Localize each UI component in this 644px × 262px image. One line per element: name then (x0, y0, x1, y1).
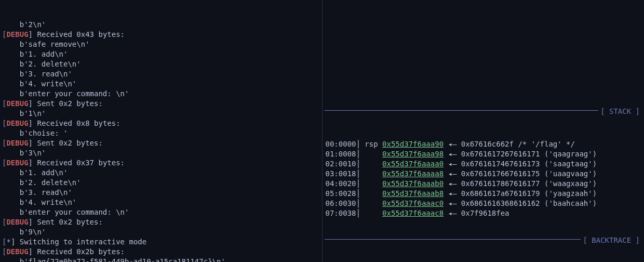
terminal-line: [DEBUG] Received 0x8 bytes: (2, 119, 320, 128)
terminal-line: b'choise: ' (2, 128, 320, 138)
right-pane[interactable]: [ STACK ] 00:0000│ rsp 0x55d37f6aaa90 ◂—… (323, 0, 645, 262)
terminal-line: b'3\n' (2, 148, 320, 158)
terminal-line: b'2. delete\n' (2, 178, 320, 188)
terminal-line: b'flag{22e0ba72-f581-449b-ad10-a15ca1811… (2, 257, 320, 262)
stack-row: 02:0010│ 0x55d37f6aaaa0 ◂— 0x67616174676… (326, 159, 642, 169)
terminal-line: b'enter your command: \n' (2, 207, 320, 217)
terminal-line: b'4. write\n' (2, 79, 320, 89)
stack-row: 05:0028│ 0x55d37f6aaab8 ◂— 0x6861617a676… (326, 189, 642, 199)
terminal-output: b'2\n'[DEBUG] Received 0x43 bytes: b'saf… (2, 20, 320, 262)
terminal-line: b'3. read\n' (2, 69, 320, 79)
stack-row: 03:0018│ 0x55d37f6aaaa8 ◂— 0x67616176676… (326, 169, 642, 179)
terminal-line: b'2\n' (2, 20, 320, 30)
terminal-line: b'4. write\n' (2, 198, 320, 207)
terminal-line: b'9\n' (2, 227, 320, 237)
stack-row: 01:0008│ 0x55d37f6aaa98 ◂— 0x67616172676… (326, 149, 642, 159)
stack-row: 00:0000│ rsp 0x55d37f6aaa90 ◂— 0x67616c6… (326, 139, 642, 149)
backtrace-section-header: [ BACKTRACE ] (325, 239, 642, 248)
terminal-line: [DEBUG] Sent 0x2 bytes: (2, 99, 320, 109)
terminal-line: b'1. add\n' (2, 49, 320, 59)
stack-section-header: [ STACK ] (325, 110, 642, 120)
stack-row: 06:0030│ 0x55d37f6aaac0 ◂— 0x68616163686… (326, 199, 642, 208)
terminal-line: [*] Switching to interactive mode (2, 237, 320, 247)
terminal-line: b'1. add\n' (2, 168, 320, 178)
stack-view: 00:0000│ rsp 0x55d37f6aaa90 ◂— 0x67616c6… (325, 139, 642, 218)
stack-row: 04:0020│ 0x55d37f6aaab0 ◂— 0x67616178676… (326, 179, 642, 189)
stack-row: 07:0038│ 0x55d37f6aaac8 ◂— 0x7f9618fea (326, 208, 642, 218)
terminal-line: [DEBUG] Received 0x43 bytes: (2, 30, 320, 40)
terminal-line: b'2. delete\n' (2, 59, 320, 69)
terminal-line: b'3. read\n' (2, 188, 320, 198)
terminal-line: [DEBUG] Received 0x37 bytes: (2, 158, 320, 168)
terminal-line: [DEBUG] Received 0x2b bytes: (2, 247, 320, 257)
terminal-line: b'1\n' (2, 109, 320, 119)
terminal-line: [DEBUG] Sent 0x2 bytes: (2, 138, 320, 148)
terminal-line: b'safe remove\n' (2, 40, 320, 49)
terminal-line: b'enter your command: \n' (2, 89, 320, 99)
left-pane[interactable]: b'2\n'[DEBUG] Received 0x43 bytes: b'saf… (0, 0, 323, 262)
terminal-line: [DEBUG] Sent 0x2 bytes: (2, 217, 320, 227)
